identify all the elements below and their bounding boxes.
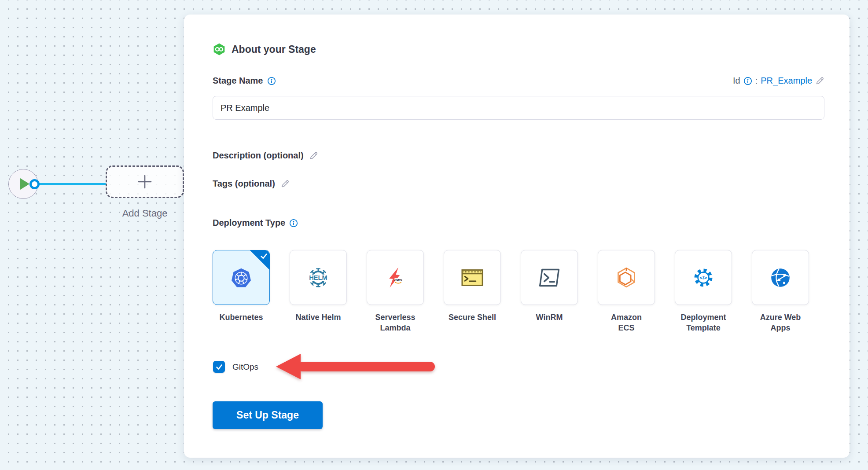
- deployment-tile-amazon-ecs[interactable]: [598, 250, 655, 305]
- edit-description-pencil-icon[interactable]: [309, 151, 318, 160]
- tags-label: Tags (optional): [213, 179, 275, 189]
- helm-icon: HELM: [306, 266, 330, 290]
- deployment-tile-deployment-template[interactable]: </>: [675, 250, 732, 305]
- connector-port[interactable]: [29, 179, 40, 189]
- deployment-tile-label: Serverless Lambda: [371, 312, 419, 334]
- add-stage-label: Add Stage: [100, 208, 189, 219]
- winrm-icon: [537, 266, 561, 290]
- play-icon: [20, 178, 29, 190]
- description-label: Description (optional): [213, 151, 304, 161]
- deployment-tile-kubernetes[interactable]: [213, 250, 270, 305]
- selected-check-icon: [261, 253, 267, 261]
- info-icon[interactable]: [289, 219, 298, 228]
- about-stage-dialog: About your Stage Stage Name Id : PR_Exam…: [184, 15, 850, 458]
- add-stage-button[interactable]: [106, 165, 184, 198]
- deployment-tile-native-helm[interactable]: HELM: [290, 250, 347, 305]
- gitops-checkbox[interactable]: [213, 361, 225, 373]
- deployment-tile-label: Secure Shell: [449, 312, 496, 323]
- deployment-tile-label: Deployment Template: [679, 312, 728, 334]
- deployment-type-options: Kubernetes: [213, 250, 809, 334]
- edit-tags-pencil-icon[interactable]: [280, 179, 290, 188]
- gitops-label: GitOps: [232, 362, 258, 372]
- deployment-tile-serverless-lambda[interactable]: aws: [367, 250, 424, 305]
- stage-name-input[interactable]: [213, 96, 824, 120]
- check-icon: [215, 363, 223, 371]
- deployment-tile-label: Kubernetes: [219, 312, 263, 323]
- serverless-lambda-icon: aws: [383, 266, 407, 290]
- arrow-body: [301, 362, 435, 371]
- stage-name-label: Stage Name: [213, 76, 263, 86]
- deployment-tile-secure-shell[interactable]: [444, 250, 501, 305]
- deployment-tile-label: WinRM: [536, 312, 563, 323]
- info-icon[interactable]: [267, 77, 276, 85]
- deployment-tile-label: Azure Web Apps: [758, 312, 802, 334]
- id-label: Id: [733, 76, 740, 86]
- id-separator: :: [755, 76, 758, 86]
- dialog-title: About your Stage: [232, 44, 316, 55]
- deployment-tile-azure-web-apps[interactable]: [752, 250, 809, 305]
- set-up-stage-button[interactable]: Set Up Stage: [213, 401, 323, 429]
- arrow-head: [276, 354, 301, 379]
- svg-text:aws: aws: [394, 277, 402, 282]
- deployment-tile-label: Amazon ECS: [609, 312, 644, 334]
- svg-text:</>: </>: [700, 275, 707, 280]
- cd-stage-icon: [213, 43, 226, 56]
- deployment-type-label: Deployment Type: [213, 218, 285, 228]
- secure-shell-icon: [460, 266, 484, 290]
- deployment-tile-winrm[interactable]: [521, 250, 578, 305]
- annotation-arrow: [276, 354, 435, 379]
- stage-id-value: PR_Example: [761, 76, 812, 86]
- amazon-ecs-icon: [614, 266, 638, 290]
- deployment-template-icon: </>: [691, 266, 715, 290]
- plus-icon: [137, 174, 153, 190]
- svg-text:HELM: HELM: [309, 274, 327, 281]
- pipeline-canvas: Add Stage About your Stage Stage Name Id: [0, 0, 868, 470]
- info-icon[interactable]: [743, 77, 752, 85]
- deployment-tile-label: Native Helm: [295, 312, 341, 323]
- connector-line: [39, 183, 106, 185]
- edit-id-pencil-icon[interactable]: [815, 76, 824, 85]
- azure-web-apps-icon: [769, 266, 792, 290]
